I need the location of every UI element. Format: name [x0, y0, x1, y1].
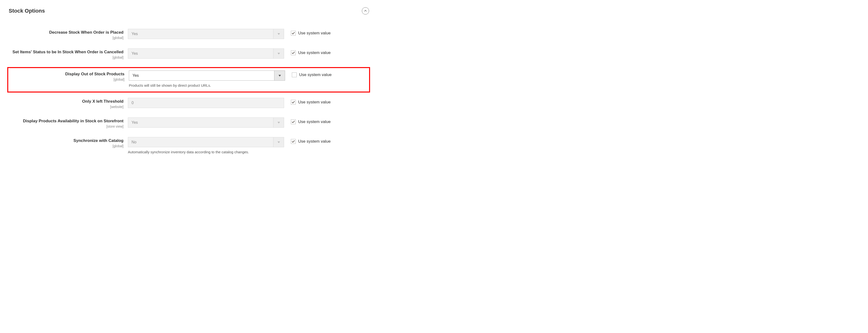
- field-label: Decrease Stock When Order is Placed: [9, 30, 124, 35]
- chevron-down-icon: [274, 71, 285, 81]
- select-value: Yes: [128, 29, 273, 39]
- field-control-col: Yes: [128, 29, 284, 39]
- use-system-value-checkbox[interactable]: [291, 119, 296, 124]
- field-label-col: Only X left Threshold [website]: [9, 98, 128, 109]
- field-control-col: Yes Products will still be shown by dire…: [129, 70, 285, 88]
- use-system-value-label: Use system value: [298, 119, 331, 124]
- use-system-value-checkbox[interactable]: [291, 139, 296, 144]
- field-scope: [store view]: [9, 124, 124, 128]
- svg-marker-3: [278, 122, 280, 123]
- set-in-stock-on-cancel-select[interactable]: Yes: [128, 49, 284, 59]
- field-helper-text: Automatically synchronize inventory data…: [128, 150, 284, 154]
- field-only-x-left-threshold: Only X left Threshold [website] 0 Use sy…: [7, 97, 370, 110]
- field-sync-catalog: Synchronize with Catalog [global] No Aut…: [7, 136, 370, 155]
- display-availability-select[interactable]: Yes: [128, 117, 284, 128]
- field-control-col: 0: [128, 98, 284, 108]
- sync-catalog-select[interactable]: No: [128, 137, 284, 147]
- section-header: Stock Options: [7, 7, 370, 14]
- chevron-up-icon: [364, 9, 367, 12]
- check-icon: [291, 101, 295, 104]
- chevron-down-icon: [273, 49, 284, 58]
- check-icon: [291, 32, 295, 35]
- field-label: Display Products Availability in Stock o…: [9, 118, 124, 124]
- field-control-col: Yes: [128, 49, 284, 59]
- field-scope: [global]: [10, 78, 124, 81]
- section-title: Stock Options: [7, 8, 45, 14]
- field-scope: [global]: [9, 56, 124, 59]
- svg-marker-4: [278, 142, 280, 143]
- field-label: Set Items' Status to be In Stock When Or…: [9, 50, 124, 55]
- use-system-value-checkbox[interactable]: [291, 50, 296, 55]
- field-decrease-stock: Decrease Stock When Order is Placed [glo…: [7, 28, 370, 41]
- select-value: No: [128, 137, 273, 147]
- input-value: 0: [131, 101, 134, 105]
- use-system-value-checkbox[interactable]: [291, 31, 296, 36]
- use-system-value-col: Use system value: [284, 98, 331, 104]
- collapse-section-button[interactable]: [362, 7, 369, 14]
- field-display-availability: Display Products Availability in Stock o…: [7, 117, 370, 129]
- chevron-down-icon: [273, 137, 284, 147]
- check-icon: [291, 51, 295, 54]
- use-system-value-col: Use system value: [284, 49, 331, 55]
- use-system-value-col: Use system value: [284, 29, 331, 36]
- select-value: Yes: [129, 71, 274, 81]
- field-helper-text: Products will still be shown by direct p…: [129, 83, 285, 88]
- use-system-value-label: Use system value: [298, 31, 331, 36]
- chevron-down-icon: [273, 118, 284, 127]
- use-system-value-col: Use system value: [284, 137, 331, 144]
- use-system-value-checkbox[interactable]: [292, 72, 297, 77]
- check-icon: [291, 120, 295, 123]
- use-system-value-label: Use system value: [299, 72, 332, 77]
- fields-container: Decrease Stock When Order is Placed [glo…: [7, 28, 370, 155]
- field-label-col: Set Items' Status to be In Stock When Or…: [9, 49, 128, 59]
- select-value: Yes: [128, 118, 273, 127]
- field-label-col: Decrease Stock When Order is Placed [glo…: [9, 29, 128, 40]
- field-scope: [website]: [9, 105, 124, 109]
- svg-marker-2: [279, 75, 281, 77]
- use-system-value-label: Use system value: [298, 100, 331, 104]
- check-icon: [291, 140, 295, 143]
- only-x-left-threshold-input[interactable]: 0: [128, 98, 284, 108]
- field-label: Only X left Threshold: [9, 99, 124, 104]
- field-scope: [global]: [9, 36, 124, 40]
- field-control-col: Yes: [128, 117, 284, 128]
- field-label-col: Display Out of Stock Products [global]: [10, 70, 129, 81]
- field-scope: [global]: [9, 144, 124, 148]
- field-label: Synchronize with Catalog: [9, 138, 124, 144]
- use-system-value-label: Use system value: [298, 50, 331, 55]
- svg-marker-1: [278, 53, 280, 55]
- chevron-down-icon: [273, 29, 284, 39]
- select-value: Yes: [128, 49, 273, 58]
- field-label: Display Out of Stock Products: [10, 71, 124, 77]
- use-system-value-label: Use system value: [298, 139, 331, 144]
- field-set-in-stock-on-cancel: Set Items' Status to be In Stock When Or…: [7, 48, 370, 60]
- display-out-of-stock-select[interactable]: Yes: [129, 70, 285, 81]
- use-system-value-checkbox[interactable]: [291, 100, 296, 104]
- field-control-col: No Automatically synchronize inventory d…: [128, 137, 284, 154]
- field-display-out-of-stock: Display Out of Stock Products [global] Y…: [7, 67, 370, 93]
- svg-marker-0: [278, 33, 280, 35]
- field-label-col: Display Products Availability in Stock o…: [9, 117, 128, 128]
- use-system-value-col: Use system value: [284, 117, 331, 124]
- use-system-value-col: Use system value: [285, 70, 332, 77]
- field-label-col: Synchronize with Catalog [global]: [9, 137, 128, 148]
- stock-options-section: Stock Options Decrease Stock When Order …: [0, 0, 377, 166]
- decrease-stock-select[interactable]: Yes: [128, 29, 284, 39]
